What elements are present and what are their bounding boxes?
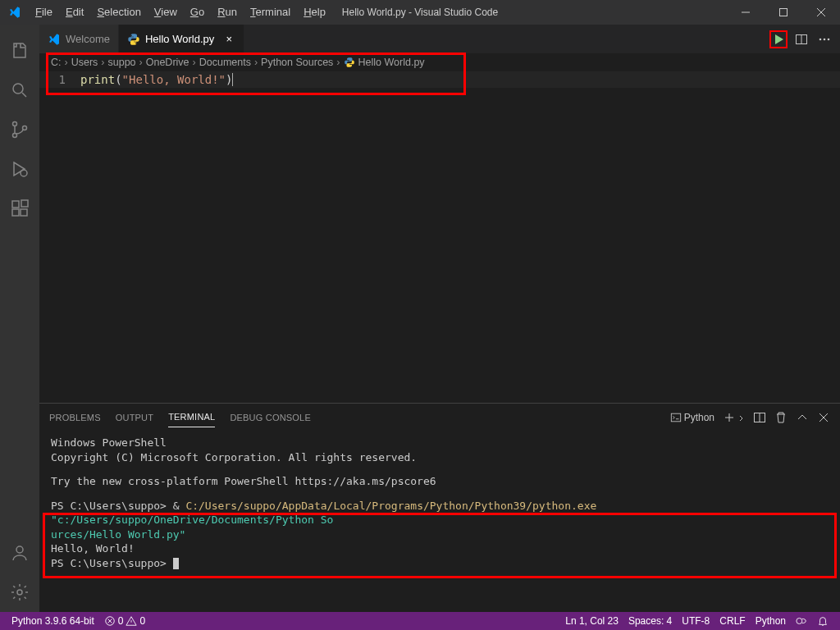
- svg-rect-9: [21, 200, 28, 207]
- terminal-line: Try the new cross-platform PowerShell ht…: [51, 474, 829, 489]
- status-problems[interactable]: 0 0: [99, 615, 150, 627]
- breadcrumb-item[interactable]: Hello World.py: [358, 57, 425, 68]
- svg-point-5: [21, 170, 27, 176]
- tab-hello-world[interactable]: Hello World.py ×: [119, 25, 244, 53]
- svg-point-14: [824, 38, 826, 40]
- svg-point-19: [797, 619, 802, 624]
- close-button[interactable]: [802, 0, 840, 25]
- svg-point-10: [16, 546, 23, 553]
- editor-area: Welcome Hello World.py ×: [39, 25, 840, 612]
- svg-point-13: [819, 38, 822, 40]
- panel-tab-problems[interactable]: PROBLEMS: [49, 408, 101, 427]
- accounts-icon[interactable]: [0, 533, 39, 573]
- maximize-button[interactable]: [765, 0, 802, 25]
- panel-tabs: PROBLEMS OUTPUT TERMINAL DEBUG CONSOLE P…: [39, 404, 840, 431]
- new-terminal-icon[interactable]: [723, 411, 745, 424]
- breadcrumb-item[interactable]: Documents: [199, 57, 251, 68]
- svg-point-4: [23, 126, 27, 130]
- menu-bar: File Edit Selection View Go Run Terminal…: [29, 0, 332, 25]
- svg-rect-7: [12, 209, 19, 216]
- svg-point-11: [17, 590, 22, 595]
- tab-welcome[interactable]: Welcome: [39, 25, 119, 53]
- status-eol[interactable]: CRLF: [714, 615, 750, 627]
- panel: PROBLEMS OUTPUT TERMINAL DEBUG CONSOLE P…: [39, 403, 840, 612]
- terminal-line: urces/Hello World.py": [51, 527, 829, 542]
- breadcrumb-item[interactable]: Python Sources: [261, 57, 333, 68]
- close-panel-icon[interactable]: [817, 411, 830, 424]
- terminal[interactable]: Windows PowerShell Copyright (C) Microso…: [39, 431, 840, 612]
- vscode-icon: [48, 33, 61, 46]
- panel-tab-debug-console[interactable]: DEBUG CONSOLE: [230, 408, 311, 427]
- menu-selection[interactable]: Selection: [90, 0, 147, 25]
- split-editor-icon[interactable]: [792, 30, 810, 48]
- statusbar: Python 3.9.6 64-bit 0 0 Ln 1, Col 23 Spa…: [0, 612, 840, 630]
- tab-label: Hello World.py: [145, 33, 214, 45]
- panel-tab-terminal[interactable]: TERMINAL: [168, 407, 215, 427]
- code-line[interactable]: print("Hello, World!"): [80, 73, 233, 86]
- svg-point-1: [13, 84, 23, 94]
- vscode-logo-icon: [0, 6, 29, 19]
- menu-go[interactable]: Go: [184, 0, 211, 25]
- tab-close-icon[interactable]: ×: [222, 33, 235, 45]
- svg-rect-16: [671, 413, 680, 422]
- breadcrumb-item[interactable]: OneDrive: [146, 57, 189, 68]
- maximize-panel-icon[interactable]: [796, 411, 809, 424]
- tab-label: Welcome: [66, 33, 110, 45]
- editor-tabs: Welcome Hello World.py ×: [39, 25, 840, 53]
- status-language[interactable]: Python: [751, 615, 791, 627]
- panel-tab-output[interactable]: OUTPUT: [116, 408, 153, 427]
- terminal-shell-selector[interactable]: Python: [670, 412, 714, 423]
- svg-rect-0: [780, 9, 788, 16]
- terminal-line: Windows PowerShell: [51, 436, 829, 450]
- breadcrumb-item[interactable]: C:: [51, 57, 62, 68]
- terminal-output: Hello, World!: [51, 541, 829, 556]
- search-icon[interactable]: [0, 71, 39, 110]
- python-file-icon: [344, 57, 355, 68]
- terminal-line: Copyright (C) Microsoft Corporation. All…: [51, 450, 829, 465]
- svg-point-2: [13, 122, 17, 126]
- minimize-button[interactable]: [727, 0, 765, 25]
- breadcrumb-item[interactable]: suppo: [108, 57, 136, 68]
- activity-bar: [0, 25, 39, 612]
- run-debug-icon[interactable]: [0, 149, 39, 189]
- menu-run[interactable]: Run: [211, 0, 244, 25]
- code-editor[interactable]: 1 print("Hello, World!"): [39, 71, 840, 88]
- more-actions-icon[interactable]: [815, 30, 833, 48]
- line-number: 1: [39, 73, 80, 86]
- status-cursor-position[interactable]: Ln 1, Col 23: [560, 615, 623, 627]
- explorer-icon[interactable]: [0, 31, 39, 71]
- extensions-icon[interactable]: [0, 189, 39, 228]
- status-indentation[interactable]: Spaces: 4: [623, 615, 677, 627]
- menu-help[interactable]: Help: [297, 0, 332, 25]
- svg-rect-6: [12, 201, 19, 208]
- breadcrumb-item[interactable]: Users: [71, 57, 98, 68]
- menu-edit[interactable]: Edit: [59, 0, 90, 25]
- kill-terminal-icon[interactable]: [774, 411, 788, 424]
- status-encoding[interactable]: UTF-8: [677, 615, 714, 627]
- svg-point-15: [828, 38, 830, 40]
- status-feedback-icon[interactable]: [791, 615, 812, 627]
- status-notifications-icon[interactable]: [812, 615, 833, 627]
- split-terminal-icon[interactable]: [753, 411, 766, 424]
- source-control-icon[interactable]: [0, 110, 39, 149]
- run-file-button[interactable]: [769, 30, 788, 48]
- settings-icon[interactable]: [0, 573, 39, 612]
- python-file-icon: [127, 33, 140, 46]
- menu-view[interactable]: View: [148, 0, 184, 25]
- terminal-line: PS C:\Users\suppo> & C:/Users/suppo/AppD…: [51, 499, 829, 527]
- svg-point-3: [13, 134, 17, 138]
- status-python-version[interactable]: Python 3.9.6 64-bit: [7, 615, 99, 627]
- titlebar: File Edit Selection View Go Run Terminal…: [0, 0, 840, 25]
- window-title: Hello World.py - Visual Studio Code: [342, 7, 498, 18]
- svg-rect-8: [21, 209, 27, 216]
- menu-file[interactable]: File: [29, 0, 59, 25]
- menu-terminal[interactable]: Terminal: [244, 0, 297, 25]
- window-controls: [727, 0, 840, 25]
- terminal-line: PS C:\Users\suppo>: [51, 556, 829, 571]
- breadcrumb[interactable]: C:› Users› suppo› OneDrive› Documents› P…: [39, 53, 840, 71]
